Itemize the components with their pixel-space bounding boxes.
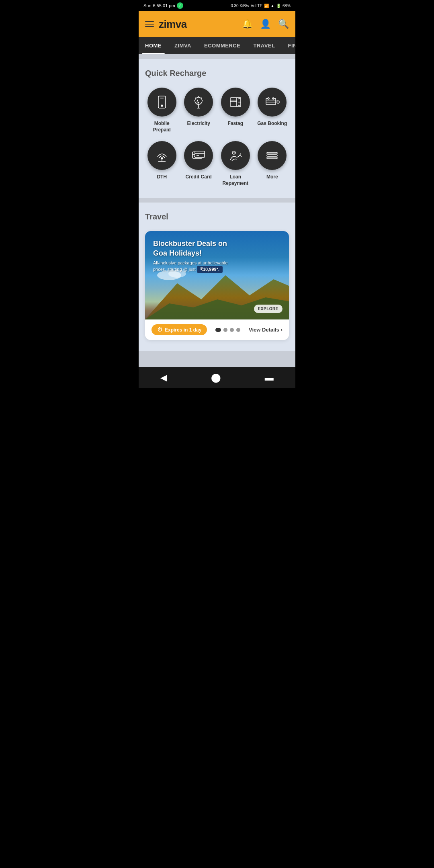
battery-icon: 🔋 <box>276 4 281 8</box>
notification-bell-icon[interactable]: 🔔 <box>242 19 253 29</box>
quick-recharge-section: Quick Recharge Mobile Prepaid <box>139 59 295 198</box>
dth-label: DTH <box>157 174 167 180</box>
view-details-button[interactable]: View Details › <box>249 327 283 333</box>
service-dth[interactable]: DTH <box>145 141 179 186</box>
chevron-right-icon: › <box>281 327 283 333</box>
app-logo: zimva <box>159 18 187 31</box>
profile-icon[interactable]: 👤 <box>260 19 271 29</box>
status-left: Sun 6:55:01 pm ✓ <box>143 2 183 9</box>
svg-line-5 <box>201 98 202 98</box>
tab-zimva[interactable]: ZIMVA <box>168 37 198 54</box>
bottom-nav: ◀ ⬤ ▬ <box>139 367 295 388</box>
menu-button[interactable] <box>145 21 154 27</box>
sim-type: VoLTE <box>251 4 262 8</box>
carousel-dot-4[interactable] <box>236 328 240 332</box>
status-time: Sun <box>143 3 151 8</box>
travel-banner-subtext: All-inclusive packages at unbelievable p… <box>153 260 242 273</box>
more-label: More <box>266 174 278 180</box>
more-icon <box>264 148 280 163</box>
tab-travel[interactable]: TRAVEL <box>247 37 281 54</box>
recents-button[interactable]: ▬ <box>257 370 282 385</box>
loan-repayment-label: Loan Repayment <box>219 174 252 186</box>
service-mobile-prepaid[interactable]: Mobile Prepaid <box>145 88 179 133</box>
service-gas-booking[interactable]: Gas Booking <box>256 88 289 133</box>
service-credit-card[interactable]: Credit Card <box>182 141 216 186</box>
gas-icon <box>264 94 280 110</box>
travel-banner-text: Blockbuster Deals on Goa Holidays! All-i… <box>153 239 242 273</box>
carousel-dot-3[interactable] <box>230 328 234 332</box>
gas-booking-label: Gas Booking <box>257 121 287 127</box>
loan-icon: ₹ <box>228 148 243 163</box>
wifi-icon: 📶 <box>264 4 269 8</box>
travel-price-badge: ₹10,999*. <box>197 266 223 273</box>
mobile-prepaid-label: Mobile Prepaid <box>145 121 179 133</box>
carousel-dots <box>215 328 240 332</box>
credit-card-icon-circle <box>184 141 213 170</box>
explore-button[interactable]: EXPLORE <box>254 305 283 313</box>
header-icons: 🔔 👤 🔍 <box>242 19 289 29</box>
travel-section: Travel <box>139 203 295 351</box>
service-grid: Mobile Prepaid Electricity <box>145 88 289 186</box>
battery-level: 68% <box>283 4 291 8</box>
dth-icon-circle <box>147 141 176 170</box>
service-loan-repayment[interactable]: ₹ Loan Repayment <box>219 141 252 186</box>
quick-recharge-title: Quick Recharge <box>145 69 289 78</box>
travel-card: Blockbuster Deals on Goa Holidays! All-i… <box>145 231 289 340</box>
dth-icon <box>154 148 170 163</box>
section-divider-bottom <box>139 351 295 367</box>
svg-rect-37 <box>267 152 277 154</box>
service-more[interactable]: More <box>256 141 289 186</box>
loan-repayment-icon-circle: ₹ <box>221 141 250 170</box>
expires-badge: Expires in 1 day <box>151 324 207 335</box>
more-icon-circle <box>258 141 287 170</box>
fastag-icon <box>228 94 243 110</box>
back-button[interactable]: ◀ <box>152 370 175 385</box>
header-left: zimva <box>145 18 187 31</box>
credit-card-label: Credit Card <box>186 174 212 180</box>
header: zimva 🔔 👤 🔍 <box>139 11 295 37</box>
status-time-value: 6:55:01 pm <box>153 3 175 8</box>
whatsapp-icon: ✓ <box>177 2 183 9</box>
electricity-icon-circle <box>184 88 213 117</box>
section-divider-mid <box>139 198 295 203</box>
service-fastag[interactable]: Fastag <box>219 88 252 133</box>
svg-point-25 <box>277 101 279 103</box>
mobile-prepaid-icon-circle <box>147 88 176 117</box>
home-button[interactable]: ⬤ <box>203 370 229 385</box>
travel-card-footer: Expires in 1 day View Details › <box>145 319 289 340</box>
svg-rect-39 <box>267 157 277 159</box>
signal-icon: ▲ <box>270 4 274 8</box>
fastag-icon-circle <box>221 88 250 117</box>
svg-rect-32 <box>195 151 205 158</box>
carousel-dot-1[interactable] <box>215 328 221 332</box>
service-electricity[interactable]: Electricity <box>182 88 216 133</box>
tab-ecommerce[interactable]: ECOMMERCE <box>198 37 247 54</box>
carousel-dot-2[interactable] <box>223 328 227 332</box>
gas-booking-icon-circle <box>258 88 287 117</box>
nav-tabs: HOME ZIMVA ECOMMERCE TRAVEL FINANCIAL IN… <box>139 37 295 54</box>
tab-financial[interactable]: FINANCIAL <box>281 37 295 54</box>
phone-icon <box>154 94 170 110</box>
svg-line-7 <box>195 98 196 98</box>
svg-point-2 <box>161 105 163 106</box>
tab-home[interactable]: HOME <box>139 37 168 54</box>
travel-banner-bg: Blockbuster Deals on Goa Holidays! All-i… <box>145 231 289 319</box>
electricity-icon <box>191 94 206 110</box>
svg-rect-38 <box>267 155 277 156</box>
travel-banner: Blockbuster Deals on Goa Holidays! All-i… <box>145 231 289 319</box>
status-bar: Sun 6:55:01 pm ✓ 0.30 KiB/s VoLTE 📶 ▲ 🔋 … <box>139 0 295 11</box>
section-divider-top <box>139 54 295 59</box>
fastag-label: Fastag <box>227 121 243 127</box>
credit-card-icon <box>191 148 206 163</box>
electricity-label: Electricity <box>187 121 210 127</box>
network-speed: 0.30 KiB/s <box>231 4 249 8</box>
travel-title: Travel <box>145 212 289 221</box>
search-icon[interactable]: 🔍 <box>278 19 289 29</box>
svg-point-28 <box>161 158 163 159</box>
travel-banner-heading: Blockbuster Deals on Goa Holidays! <box>153 239 233 258</box>
status-right: 0.30 KiB/s VoLTE 📶 ▲ 🔋 68% <box>231 4 291 8</box>
expires-text: Expires in 1 day <box>165 327 201 333</box>
